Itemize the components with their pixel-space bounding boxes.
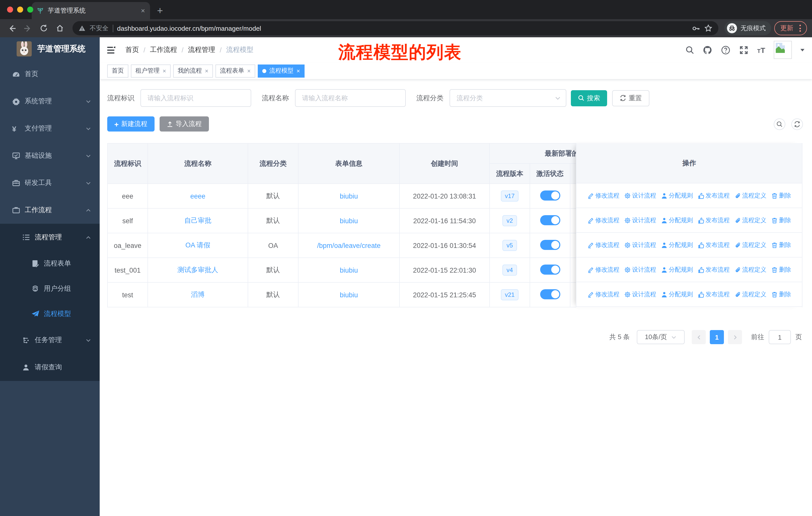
goto-page-input[interactable]: 1 [769,330,791,344]
browser-tab[interactable]: 芋道管理系统 × [32,2,150,19]
row-action-publish[interactable]: 发布流程 [697,191,730,200]
tag-2[interactable]: 我的流程× [173,64,213,77]
prev-page-button[interactable] [692,330,706,344]
close-window-button[interactable] [7,6,13,12]
model-name-link[interactable]: 滔博 [191,291,205,298]
search-button[interactable]: 搜索 [571,90,607,106]
row-action-publish[interactable]: 发布流程 [697,216,730,224]
row-action-publish[interactable]: 发布流程 [697,290,730,299]
row-action-publish[interactable]: 发布流程 [697,241,730,249]
row-action-edit[interactable]: 修改流程 [587,290,619,299]
sidebar-item-dev[interactable]: 研发工具 [0,169,100,196]
row-action-edit[interactable]: 修改流程 [587,265,619,274]
tag-1[interactable]: 租户管理× [131,64,171,77]
window-controls[interactable] [7,6,33,12]
row-action-assign[interactable]: 分配规则 [661,265,693,274]
form-link[interactable]: biubiu [340,217,358,224]
reload-icon[interactable] [37,22,50,35]
row-action-design[interactable]: 设计流程 [624,241,656,249]
reset-button[interactable]: 重置 [612,90,649,106]
tag-0[interactable]: 首页 [107,64,128,77]
active-toggle[interactable] [540,240,560,250]
home-icon[interactable] [53,22,66,35]
row-action-definition[interactable]: 流程定义 [734,216,766,224]
active-toggle[interactable] [540,264,560,274]
model-name-link[interactable]: OA 请假 [185,241,210,249]
row-action-assign[interactable]: 分配规则 [661,290,693,299]
tag-close-icon[interactable]: × [163,67,166,74]
active-toggle[interactable] [540,190,560,200]
page-size-select[interactable]: 10条/页 [637,330,685,344]
table-search-toggle-icon[interactable] [774,118,785,130]
fullscreen-icon[interactable] [739,45,749,55]
row-action-delete[interactable]: 删除 [771,265,791,274]
help-icon[interactable] [721,45,730,55]
tag-3[interactable]: 流程表单× [215,64,255,77]
bookmark-star-icon[interactable] [704,24,712,32]
key-icon[interactable] [692,24,700,32]
row-action-assign[interactable]: 分配规则 [661,191,693,200]
form-link[interactable]: biubiu [340,192,358,200]
tag-close-icon[interactable]: × [247,67,251,74]
row-action-delete[interactable]: 删除 [771,290,791,299]
page-number-button[interactable]: 1 [710,330,724,344]
github-icon[interactable] [703,45,712,55]
row-action-definition[interactable]: 流程定义 [734,265,766,274]
form-link[interactable]: biubiu [340,266,358,274]
active-toggle[interactable] [540,289,560,299]
process-name-input[interactable]: 请输入流程名称 [295,89,406,107]
new-tab-button[interactable]: + [157,5,163,17]
avatar-caret-icon[interactable] [801,49,805,51]
create-process-button[interactable]: + 新建流程 [107,116,154,132]
row-action-design[interactable]: 设计流程 [624,290,656,299]
font-size-icon[interactable]: TT [757,46,765,54]
row-action-edit[interactable]: 修改流程 [587,191,619,200]
sidebar-collapse-icon[interactable] [107,46,116,54]
row-action-publish[interactable]: 发布流程 [697,265,730,274]
browser-menu-icon[interactable] [800,25,801,32]
forward-icon[interactable] [21,22,34,35]
sidebar-item-user-group[interactable]: 用户分组 [0,276,100,301]
avatar[interactable] [774,41,792,59]
update-label[interactable]: 更新 [780,24,793,33]
maximize-window-button[interactable] [27,6,33,12]
sidebar-item-process-form[interactable]: 流程表单 [0,251,100,276]
security-label[interactable]: 不安全 [90,24,109,32]
row-action-design[interactable]: 设计流程 [624,191,656,200]
breadcrumb-process-mgmt[interactable]: 流程管理 [188,45,215,54]
tab-close-icon[interactable]: × [141,6,145,15]
tag-close-icon[interactable]: × [205,67,208,74]
row-action-delete[interactable]: 删除 [771,191,791,200]
row-action-design[interactable]: 设计流程 [624,265,656,274]
form-link[interactable]: /bpm/oa/leave/create [317,242,381,249]
sidebar-item-infra[interactable]: 基础设施 [0,142,100,169]
model-name-link[interactable]: eeee [190,192,205,200]
sidebar-item-system[interactable]: 系统管理 [0,88,100,115]
browser-update-button[interactable]: 更新 [774,21,807,35]
table-refresh-icon[interactable] [791,118,803,130]
row-action-delete[interactable]: 删除 [771,216,791,224]
process-id-input[interactable]: 请输入流程标识 [141,89,251,107]
row-action-edit[interactable]: 修改流程 [587,241,619,249]
sidebar-item-task-mgmt[interactable]: 任务管理 [0,327,100,354]
sidebar-item-process-model[interactable]: 流程模型 [0,301,100,327]
row-action-definition[interactable]: 流程定义 [734,241,766,249]
minimize-window-button[interactable] [17,6,23,12]
row-action-design[interactable]: 设计流程 [624,216,656,224]
url-bar[interactable]: 不安全 dashboard.yudao.iocoder.cn/bpm/manag… [72,21,718,35]
active-toggle[interactable] [540,215,560,225]
url-text[interactable]: dashboard.yudao.iocoder.cn/bpm/manager/m… [117,24,688,32]
sidebar-item-workflow[interactable]: 工作流程 [0,196,100,224]
row-action-edit[interactable]: 修改流程 [587,216,619,224]
search-icon[interactable] [685,45,694,54]
category-select[interactable]: 流程分类 [450,89,566,107]
back-icon[interactable] [5,22,18,35]
row-action-assign[interactable]: 分配规则 [661,241,693,249]
breadcrumb-workflow[interactable]: 工作流程 [150,45,177,54]
breadcrumb-home[interactable]: 首页 [125,45,139,54]
model-name-link[interactable]: 测试多审批人 [177,266,218,274]
model-name-link[interactable]: 自己审批 [184,217,211,224]
row-action-delete[interactable]: 删除 [771,241,791,249]
next-page-button[interactable] [728,330,742,344]
row-action-definition[interactable]: 流程定义 [734,191,766,200]
